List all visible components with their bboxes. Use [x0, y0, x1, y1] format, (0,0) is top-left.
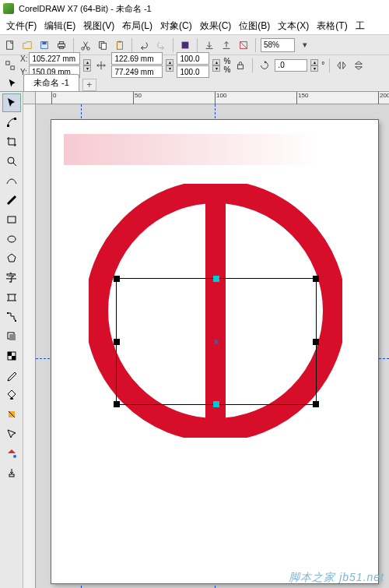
rotation-icon: [258, 58, 272, 72]
import-icon[interactable]: [202, 38, 216, 52]
lock-ratio-icon[interactable]: [233, 58, 247, 72]
height-input[interactable]: 77.249 mm: [111, 65, 163, 78]
ruler-origin[interactable]: [23, 92, 36, 104]
zoom-value: 58%: [264, 40, 279, 49]
transparency-tool[interactable]: [2, 347, 21, 365]
x-label: X:: [20, 55, 27, 63]
menu-tools[interactable]: 工: [352, 18, 368, 34]
more-tools[interactable]: [2, 463, 21, 482]
degree-label: °: [321, 61, 324, 69]
separator: [197, 38, 198, 52]
freehand-tool[interactable]: [2, 171, 21, 190]
print-icon[interactable]: [54, 38, 68, 52]
smart-fill-tool[interactable]: [2, 405, 21, 424]
size-spinner[interactable]: ▴▾: [166, 59, 173, 72]
property-bar: X: 105.227 mm Y: 150.09 mm ▴▾ 122.69 mm …: [0, 55, 389, 75]
resize-handle-n[interactable]: [213, 276, 219, 282]
ellipse-tool[interactable]: [2, 230, 21, 248]
crop-tool[interactable]: [2, 132, 21, 151]
ruler-tick: 150: [296, 92, 308, 104]
parallel-dim-tool[interactable]: [2, 288, 21, 307]
scale-y-input[interactable]: 100.0: [177, 65, 209, 78]
mirror-v-icon[interactable]: [352, 58, 366, 72]
rotation-spinner[interactable]: ▴▾: [310, 59, 318, 72]
menu-text[interactable]: 文本(X): [275, 18, 312, 34]
menu-bitmaps[interactable]: 位图(B): [236, 18, 273, 34]
menu-tables[interactable]: 表格(T): [314, 18, 350, 34]
save-icon[interactable]: [37, 38, 51, 52]
undo-icon[interactable]: [137, 38, 151, 52]
resize-handle-se[interactable]: [313, 401, 319, 407]
rotation-input[interactable]: .0: [275, 59, 307, 72]
pick-tool[interactable]: [2, 93, 21, 112]
zoom-tool[interactable]: [2, 152, 21, 171]
drop-shadow-tool[interactable]: [2, 327, 21, 346]
cut-icon[interactable]: [79, 38, 93, 52]
copy-icon[interactable]: [96, 38, 110, 52]
horizontal-ruler[interactable]: 0 50 100 150 200: [36, 92, 389, 104]
scale-x-input[interactable]: 100.0: [177, 52, 209, 65]
fill-tool[interactable]: [2, 444, 21, 463]
interactive-fill-tool[interactable]: [2, 386, 21, 404]
separator: [252, 58, 253, 72]
svg-rect-2: [42, 41, 46, 44]
canvas[interactable]: × 脚本之家 jb51.net: [36, 104, 389, 588]
svg-point-21: [8, 236, 16, 242]
svg-rect-16: [238, 65, 244, 69]
polygon-tool[interactable]: [2, 249, 21, 268]
scale-spinner[interactable]: ▴▾: [212, 59, 220, 72]
connector-tool[interactable]: [2, 308, 21, 326]
resize-handle-s[interactable]: [213, 401, 219, 407]
outline-tool[interactable]: [2, 424, 21, 443]
selection-bounds[interactable]: ×: [116, 278, 317, 405]
export-icon[interactable]: [219, 38, 233, 52]
new-icon[interactable]: [3, 38, 17, 52]
svg-rect-30: [9, 474, 14, 477]
svg-rect-27: [8, 352, 12, 356]
artistic-media-tool[interactable]: [2, 191, 21, 209]
menu-view[interactable]: 视图(V): [80, 18, 117, 34]
ruler-tick: 50: [133, 92, 142, 104]
resize-handle-ne[interactable]: [313, 276, 319, 282]
watermark-text: 脚本之家 jb51.net: [289, 571, 384, 585]
resize-handle-sw[interactable]: [114, 401, 120, 407]
menu-file[interactable]: 文件(F): [3, 18, 40, 34]
menu-edit[interactable]: 编辑(E): [41, 18, 79, 34]
svg-rect-28: [12, 356, 16, 360]
menu-object[interactable]: 对象(C): [157, 18, 195, 34]
eyedropper-tool[interactable]: [2, 366, 21, 385]
redo-icon[interactable]: [154, 38, 168, 52]
position-spinner[interactable]: ▴▾: [83, 59, 91, 72]
document-tab[interactable]: 未命名 -1: [23, 74, 79, 91]
menu-layout[interactable]: 布局(L): [119, 18, 156, 34]
x-position-input[interactable]: 105.227 mm: [29, 52, 80, 65]
canvas-viewport[interactable]: 0 50 100 150 200: [23, 92, 389, 588]
tab-label: 未命名 -1: [33, 78, 69, 87]
menu-effects[interactable]: 效果(C): [197, 18, 235, 34]
publish-icon[interactable]: [237, 38, 251, 52]
selection-center-marker[interactable]: ×: [213, 336, 219, 347]
zoom-level-input[interactable]: 58%: [261, 38, 295, 52]
rectangle-tool[interactable]: [2, 210, 21, 229]
search-icon[interactable]: [178, 38, 192, 52]
resize-handle-w[interactable]: [114, 339, 120, 345]
svg-rect-4: [59, 41, 63, 44]
paste-icon[interactable]: [113, 38, 127, 52]
width-input[interactable]: 122.69 mm: [111, 52, 163, 65]
add-tab-button[interactable]: +: [82, 79, 96, 91]
gradient-rectangle[interactable]: [64, 134, 321, 165]
svg-rect-18: [14, 118, 16, 120]
open-icon[interactable]: [20, 38, 34, 52]
mirror-h-icon[interactable]: [335, 58, 349, 72]
shape-tool[interactable]: [2, 113, 21, 132]
svg-rect-0: [7, 40, 13, 49]
vertical-ruler[interactable]: [23, 104, 36, 588]
svg-rect-12: [182, 41, 189, 48]
separator: [131, 38, 132, 52]
resize-handle-nw[interactable]: [114, 276, 120, 282]
svg-rect-15: [11, 65, 14, 69]
zoom-dropdown-icon[interactable]: ▾: [298, 38, 312, 52]
svg-rect-23: [15, 320, 16, 322]
text-tool[interactable]: 字: [2, 269, 21, 287]
resize-handle-e[interactable]: [313, 339, 319, 345]
